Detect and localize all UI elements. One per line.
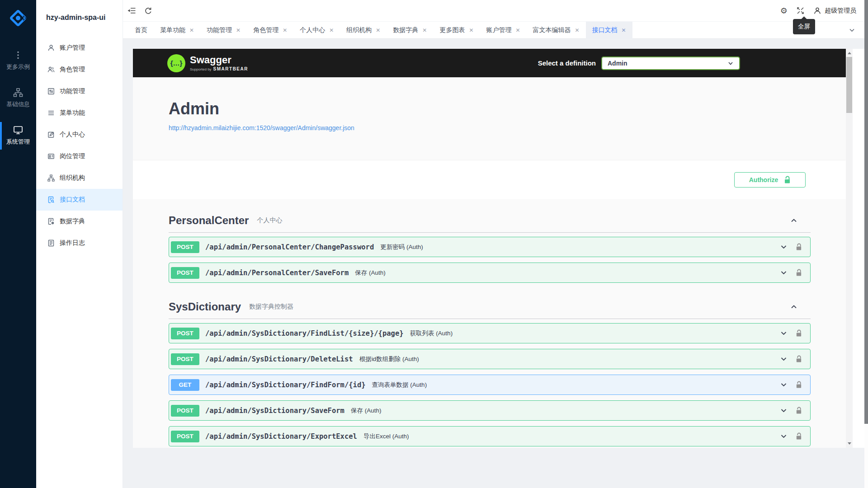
endpoint-row-sd-saveform[interactable]: POST /api/admin/SysDictionary/SaveForm 保…: [169, 400, 811, 421]
tab-role-mgmt[interactable]: 角色管理 ✕: [247, 22, 293, 39]
tab-label: 数据字典: [393, 26, 418, 34]
auth-lock-icon[interactable]: [796, 269, 802, 277]
endpoint-row-actions: [780, 243, 802, 251]
username-label: 超级管理员: [825, 7, 856, 15]
rail-item-system-mgmt[interactable]: 系统管理: [0, 120, 36, 151]
sidebar-item-api-docs[interactable]: 接口文档: [36, 189, 123, 211]
tab-close-icon[interactable]: ✕: [329, 27, 334, 33]
scrollbar-down-arrow[interactable]: [846, 440, 853, 447]
tab-close-icon[interactable]: ✕: [189, 27, 194, 33]
icon-rail: 更多示例 基础信息 系统管理: [0, 0, 36, 488]
sidebar-item-role-mgmt[interactable]: 角色管理: [36, 59, 123, 80]
tab-label: 更多图表: [439, 26, 465, 34]
api-spec-url-link[interactable]: http://hzyadmin.milaizhijie.com:1520/swa…: [169, 124, 354, 131]
swagger-scheme-container: Authorize: [133, 160, 846, 199]
section-description: 个人中心: [257, 216, 282, 225]
sidebar-item-personal-center[interactable]: 个人中心: [36, 124, 123, 145]
refresh-icon[interactable]: [144, 7, 152, 15]
section-collapse-chevron-icon[interactable]: [790, 303, 798, 311]
tab-close-icon[interactable]: ✕: [575, 27, 580, 33]
auth-lock-icon[interactable]: [796, 432, 802, 440]
authorize-button[interactable]: Authorize: [734, 172, 806, 188]
endpoint-row-actions: [780, 355, 802, 363]
supported-by-label: Supported by: [190, 67, 212, 71]
tab-close-icon[interactable]: ✕: [283, 27, 287, 33]
auth-lock-icon[interactable]: [796, 407, 802, 414]
expand-chevron-icon[interactable]: [780, 355, 788, 363]
expand-chevron-icon[interactable]: [780, 432, 788, 440]
expand-chevron-icon[interactable]: [780, 381, 788, 389]
scrollbar-thumb[interactable]: [846, 57, 852, 113]
swagger-supported-by: Supported by SMARTBEAR: [190, 66, 248, 71]
sidebar-item-post-mgmt[interactable]: 岗位管理: [36, 145, 123, 167]
sidebar-item-operation-logs[interactable]: 操作日志: [36, 232, 123, 254]
tab-close-icon[interactable]: ✕: [469, 27, 473, 33]
tab-overflow-chevron-icon[interactable]: [849, 22, 855, 38]
endpoint-row-findlist[interactable]: POST /api/admin/SysDictionary/FindList/{…: [169, 323, 811, 343]
definition-select[interactable]: Admin: [601, 56, 740, 70]
auth-lock-icon[interactable]: [796, 329, 802, 337]
edit-square-icon: [47, 131, 55, 138]
section-header[interactable]: PersonalCenter 个人中心: [169, 215, 811, 226]
sidebar-item-account-mgmt[interactable]: 账户管理: [36, 37, 123, 59]
fullscreen-tooltip: 全屏: [793, 19, 815, 34]
swagger-frame: {…} Swagger Supported by SMARTBEAR Selec…: [133, 49, 868, 448]
scrollbar-up-arrow[interactable]: [846, 50, 853, 56]
expand-chevron-icon[interactable]: [780, 329, 788, 337]
smartbear-label: SMARTBEAR: [213, 66, 248, 71]
auth-lock-icon[interactable]: [796, 243, 802, 251]
expand-chevron-icon[interactable]: [780, 269, 788, 277]
endpoint-description: 获取列表 (Auth): [410, 329, 453, 338]
tab-personal-center[interactable]: 个人中心 ✕: [293, 22, 340, 39]
tab-data-dictionary[interactable]: 数据字典 ✕: [387, 22, 433, 39]
endpoint-row-exportexcel[interactable]: POST /api/admin/SysDictionary/ExportExce…: [169, 426, 811, 446]
expand-chevron-icon[interactable]: [780, 407, 788, 414]
settings-gear-icon[interactable]: ⚙: [780, 7, 788, 15]
page-scrollbar[interactable]: [864, 0, 868, 488]
tab-close-icon[interactable]: ✕: [236, 27, 241, 33]
auth-lock-icon[interactable]: [796, 355, 802, 363]
sidebar-item-data-dictionary[interactable]: 数据字典: [36, 211, 123, 232]
sidebar-item-org-structure[interactable]: 组织机构: [36, 167, 123, 189]
page-scrollbar-thumb[interactable]: [864, 0, 868, 424]
app-logo[interactable]: [0, 0, 36, 36]
section-collapse-chevron-icon[interactable]: [790, 216, 798, 225]
rail-item-label: 更多示例: [6, 63, 30, 71]
section-header[interactable]: SysDictionary 数据字典控制器: [169, 301, 811, 313]
expand-chevron-icon[interactable]: [780, 243, 788, 251]
tab-account-mgmt[interactable]: 账户管理 ✕: [480, 22, 526, 39]
tab-rich-text-editor[interactable]: 富文本编辑器 ✕: [527, 22, 586, 39]
tab-feature-mgmt[interactable]: 功能管理 ✕: [200, 22, 247, 39]
tab-close-icon[interactable]: ✕: [515, 27, 520, 33]
tab-org-structure[interactable]: 组织机构 ✕: [340, 22, 387, 39]
collapse-sidebar-icon[interactable]: [127, 7, 136, 14]
tab-home[interactable]: 首页: [128, 22, 154, 39]
user-menu[interactable]: 超级管理员: [813, 7, 856, 15]
fullscreen-icon[interactable]: [797, 7, 804, 14]
endpoint-row-findform[interactable]: GET /api/admin/SysDictionary/FindForm/{i…: [169, 375, 811, 395]
swagger-scrollbar[interactable]: [846, 49, 853, 448]
sidebar-item-label: 功能管理: [60, 87, 85, 95]
tab-menu-functions[interactable]: 菜单功能 ✕: [154, 22, 200, 39]
tab-close-icon[interactable]: ✕: [622, 27, 626, 33]
tab-api-docs[interactable]: 接口文档 ✕: [586, 22, 632, 39]
endpoint-row-actions: [780, 269, 802, 277]
sidebar-item-menu-functions[interactable]: 菜单功能: [36, 102, 123, 124]
rail-item-basic-info[interactable]: 基础信息: [0, 83, 36, 114]
tab-more-charts[interactable]: 更多图表 ✕: [433, 22, 480, 39]
swagger-brand: {…} Swagger Supported by SMARTBEAR: [167, 54, 248, 72]
sidebar-item-feature-mgmt[interactable]: 功能管理: [36, 80, 123, 102]
tab-close-icon[interactable]: ✕: [422, 27, 427, 33]
endpoint-path: /api/admin/PersonalCenter/ChangePassword: [205, 243, 374, 251]
definition-select-label: Select a definition: [538, 59, 596, 67]
tab-close-icon[interactable]: ✕: [376, 27, 380, 33]
auth-lock-icon[interactable]: [796, 381, 802, 389]
swagger-brand-text: Swagger Supported by SMARTBEAR: [190, 55, 248, 71]
rail-item-more-examples[interactable]: 更多示例: [0, 45, 36, 76]
endpoint-row-deletelist[interactable]: POST /api/admin/SysDictionary/DeleteList…: [169, 349, 811, 369]
endpoint-row-changepassword[interactable]: POST /api/admin/PersonalCenter/ChangePas…: [169, 237, 811, 257]
endpoint-description: 查询表单数据 (Auth): [372, 381, 427, 389]
endpoint-path: /api/admin/SysDictionary/ExportExcel: [205, 432, 357, 441]
endpoint-row-actions: [780, 407, 802, 414]
endpoint-row-pc-saveform[interactable]: POST /api/admin/PersonalCenter/SaveForm …: [169, 263, 811, 283]
